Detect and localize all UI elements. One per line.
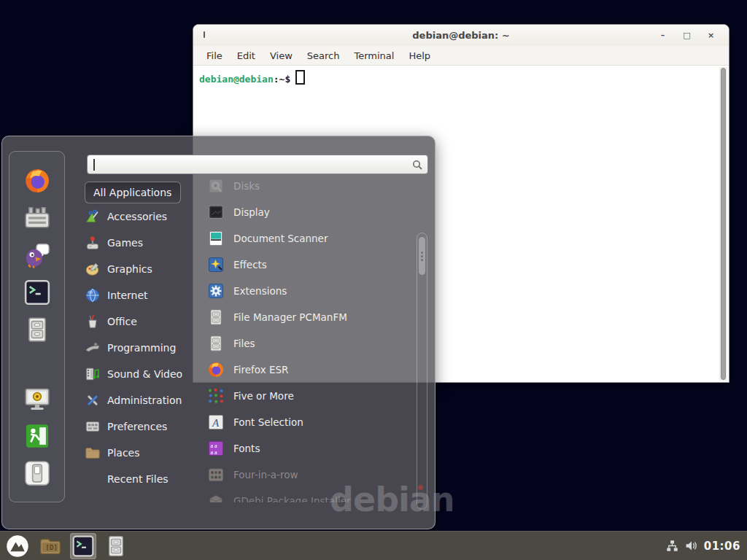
category-label: Places [107,447,140,459]
category-item-preferences[interactable]: Preferences [85,413,205,440]
app-item-font-selection[interactable]: AFont Selection [207,409,413,435]
app-item-firefox-esr[interactable]: Firefox ESR [207,357,413,383]
app-item-files[interactable]: Files [207,330,413,357]
app-item-extensions[interactable]: Extensions [207,278,413,304]
search-icon [411,159,423,171]
favorite-files-button[interactable] [23,316,51,343]
file-cabinet-icon [104,534,128,558]
maximize-button[interactable]: □ [675,25,699,46]
firefox-icon [207,361,225,378]
file-cabinet-icon [207,308,225,326]
category-label: Internet [107,289,148,301]
app-label: Files [233,338,255,349]
terminal-menubar: FileEditViewSearchTerminalHelp [193,46,729,66]
category-list: AccessoriesGamesGraphicsInternetOfficePr… [85,203,205,492]
category-item-graphics[interactable]: Graphics [85,256,205,282]
app-item-five-or-more[interactable]: Five or More [207,383,413,409]
terminal-cursor [295,70,305,85]
administration-icon [85,392,101,408]
favorite-pidgin-button[interactable] [23,241,51,269]
taskbar-tray: 01:06 [666,540,743,553]
favorite-control-center-button[interactable] [23,204,51,232]
five-or-more-icon [207,387,225,405]
programming-icon [85,340,101,356]
all-applications-button[interactable]: All Applications [85,182,181,203]
favorite-firefox-button[interactable] [23,167,51,195]
search-caret [93,159,95,171]
favorite-lock-screen-button[interactable] [23,385,51,413]
all-applications-label: All Applications [93,187,171,198]
sound-video-icon [85,366,101,382]
category-item-internet[interactable]: Internet [85,282,205,308]
app-item-disks: Disks [207,173,413,199]
close-button[interactable]: × [699,25,723,46]
category-item-sound-video[interactable]: Sound & Video [85,361,205,387]
category-item-recent-files[interactable]: Recent Files [85,466,205,492]
menubar-item-view[interactable]: View [263,50,300,61]
app-item-fonts[interactable]: a aa aFonts [207,435,413,462]
network-icon[interactable] [666,540,678,552]
minimize-button[interactable]: – [651,25,675,46]
app-list: DisksDisplayDocument ScannerEffectsExten… [207,173,413,502]
category-label: Office [107,316,137,327]
favorite-shutdown-button[interactable] [23,459,51,487]
preferences-icon [85,419,101,435]
favorite-logout-button[interactable] [23,422,51,450]
favorite-terminal-button[interactable] [23,279,51,306]
app-item-effects[interactable]: Effects [207,252,413,278]
disks-icon [207,177,225,195]
category-item-administration[interactable]: Administration [85,387,205,413]
favorites-column [9,151,65,502]
search-box[interactable] [87,155,428,174]
app-list-scrollbar-thumb[interactable] [419,237,425,275]
terminal-scrollbar-thumb[interactable] [721,68,726,380]
app-label: Four-in-a-row [233,469,298,481]
menu-launcher-icon [6,534,29,558]
accessories-icon [85,209,101,225]
category-item-games[interactable]: Games [85,230,205,256]
office-icon [85,314,101,330]
taskbar-file-manager-button[interactable]: [D] [37,533,63,559]
taskbar-clock[interactable]: 01:06 [704,540,740,553]
category-item-places[interactable]: Places [85,440,205,466]
prompt-path: :~$ [274,74,290,85]
app-label: Document Scanner [233,233,328,244]
app-item-document-scanner[interactable]: Document Scanner [207,225,413,252]
category-item-programming[interactable]: Programming [85,335,205,361]
category-label: Recent Files [107,473,169,485]
terminal-titlebar[interactable]: debian@debian: ~ –□× [193,25,729,46]
prompt-user: debian@debian [199,74,274,85]
places-icon [85,445,101,461]
extensions-icon [207,282,225,300]
app-label: Effects [233,259,267,271]
svg-text:a a: a a [211,449,218,456]
menubar-item-file[interactable]: File [199,50,230,61]
category-item-office[interactable]: Office [85,308,205,335]
category-item-accessories[interactable]: Accessories [85,203,205,230]
menubar-item-help[interactable]: Help [401,50,438,61]
app-item-file-manager-pcmanfm[interactable]: File Manager PCManFM [207,304,413,330]
category-label: Programming [107,342,176,354]
taskbar-terminal-button[interactable] [70,533,96,559]
app-label: Display [233,206,270,218]
debian-watermark: debian [330,480,454,519]
games-icon [85,235,101,251]
terminal-icon [71,534,95,558]
volume-icon[interactable] [685,540,697,552]
menubar-item-search[interactable]: Search [300,50,347,61]
taskbar-menu-launcher-button[interactable] [4,533,31,559]
terminal-title: debian@debian: ~ [193,25,729,46]
app-label: Font Selection [233,416,303,428]
app-item-display[interactable]: Display [207,199,413,225]
menubar-item-edit[interactable]: Edit [230,50,263,61]
applications-menu: All Applications AccessoriesGamesGraphic… [1,136,436,529]
terminal-scrollbar[interactable] [719,67,727,381]
app-list-scrollbar[interactable] [417,233,427,510]
app-label: Five or More [233,390,294,402]
app-label: Extensions [233,285,287,297]
gdebi-icon [207,492,225,502]
category-label: Sound & Video [107,368,182,380]
taskbar-files-button[interactable] [103,533,129,559]
menubar-item-terminal[interactable]: Terminal [347,50,401,61]
four-in-a-row-icon [207,466,225,483]
